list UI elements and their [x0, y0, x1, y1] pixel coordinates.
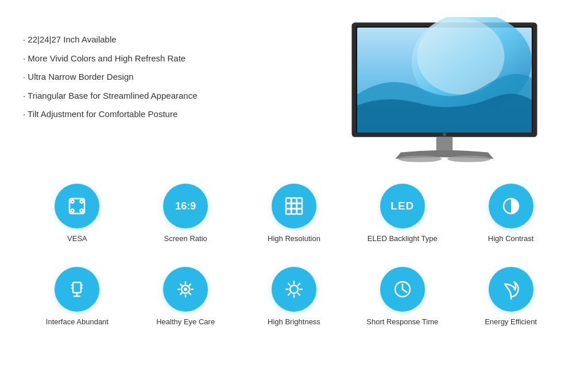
svg-rect-22: [297, 209, 302, 214]
top-section: · 22|24|27 Inch Available· More Vivid Co…: [23, 17, 565, 166]
icon-circle-screen-ratio: 16:9: [163, 184, 208, 228]
icon-item-eled-backlight: LEDELED Backlight Type: [365, 184, 440, 244]
icons-row-1: VESA16:9Screen Ratio High ResolutionLEDE…: [23, 184, 565, 244]
svg-line-39: [189, 284, 191, 286]
svg-line-46: [288, 284, 290, 285]
svg-line-52: [403, 289, 407, 292]
svg-point-8: [443, 133, 446, 136]
icon-label-short-response-time: Short Response Time: [366, 317, 438, 327]
icon-item-short-response-time: Short Response Time: [365, 267, 440, 327]
icon-label-screen-ratio: Screen Ratio: [164, 234, 207, 244]
monitor-image: [335, 17, 554, 166]
svg-rect-5: [436, 137, 453, 153]
icon-item-healthy-eye-care: Healthy Eye Care: [148, 267, 223, 327]
left-content: · 22|24|27 Inch Available· More Vivid Co…: [23, 17, 324, 127]
svg-point-11: [80, 200, 83, 203]
svg-line-49: [288, 293, 290, 295]
features-list: · 22|24|27 Inch Available· More Vivid Co…: [23, 33, 312, 121]
icon-item-vesa: VESA: [40, 184, 114, 244]
bottom-section: VESA16:9Screen Ratio High ResolutionLEDE…: [23, 184, 565, 333]
svg-rect-20: [286, 209, 291, 214]
monitor-image-area: [324, 17, 565, 166]
svg-point-6: [398, 156, 442, 162]
feature-item-3: · Triangular Base for Streamlined Appear…: [23, 90, 312, 103]
icon-item-high-brightness: High Brightness: [257, 267, 331, 327]
svg-rect-16: [297, 198, 302, 203]
icon-circle-high-contrast: [489, 184, 533, 228]
icon-item-screen-ratio: 16:9Screen Ratio: [148, 184, 223, 244]
icon-label-interface-abundant: Interface Abundant: [46, 317, 109, 327]
svg-line-38: [189, 293, 191, 294]
feature-item-2: · Ultra Narrow Border Design: [23, 71, 312, 84]
icon-label-eled-backlight: ELED Backlight Type: [368, 234, 438, 244]
icons-row-2: Interface Abundant Healthy Eye Care: [23, 267, 565, 327]
icon-label-vesa: VESA: [67, 234, 87, 244]
svg-line-37: [180, 284, 182, 286]
svg-rect-14: [286, 198, 291, 203]
feature-item-1: · More Vivid Colors and High Refresh Rat…: [23, 52, 312, 65]
icon-label-high-brightness: High Brightness: [268, 317, 320, 327]
icon-circle-energy-efficient: [489, 267, 533, 312]
svg-rect-17: [286, 204, 291, 209]
icon-label-healthy-eye-care: Healthy Eye Care: [156, 317, 215, 327]
icon-circle-healthy-eye-care: [163, 267, 208, 312]
svg-rect-21: [291, 209, 296, 214]
monitor-svg: [335, 17, 554, 166]
icon-item-energy-efficient: Energy Efficient: [474, 267, 548, 327]
icon-label-high-resolution: High Resolution: [268, 234, 320, 244]
icon-circle-short-response-time: [380, 267, 425, 312]
svg-point-7: [447, 156, 491, 162]
icon-label-high-contrast: High Contrast: [488, 234, 533, 244]
feature-item-0: · 22|24|27 Inch Available: [23, 33, 312, 46]
svg-point-32: [184, 288, 187, 291]
svg-line-47: [298, 293, 300, 295]
svg-point-12: [71, 209, 74, 212]
svg-rect-18: [291, 204, 296, 209]
icon-circle-high-brightness: [272, 267, 316, 312]
icon-item-high-resolution: High Resolution: [257, 184, 331, 244]
icon-circle-eled-backlight: LED: [380, 184, 425, 228]
svg-rect-24: [73, 282, 81, 293]
svg-rect-19: [297, 204, 302, 209]
icon-item-high-contrast: High Contrast: [474, 184, 548, 244]
svg-line-40: [180, 293, 182, 294]
svg-point-10: [71, 200, 74, 203]
icon-label-energy-efficient: Energy Efficient: [485, 317, 537, 327]
svg-point-41: [290, 285, 298, 293]
page: · 22|24|27 Inch Available· More Vivid Co…: [0, 0, 588, 392]
icon-circle-vesa: [55, 184, 99, 228]
svg-point-13: [80, 209, 83, 212]
icon-item-interface-abundant: Interface Abundant: [40, 267, 114, 327]
feature-item-4: · Tilt Adjustment for Comfortable Postur…: [23, 108, 312, 121]
svg-line-48: [298, 284, 300, 285]
svg-rect-15: [291, 198, 296, 203]
icon-circle-interface-abundant: [55, 267, 99, 312]
icon-circle-high-resolution: [272, 184, 316, 228]
